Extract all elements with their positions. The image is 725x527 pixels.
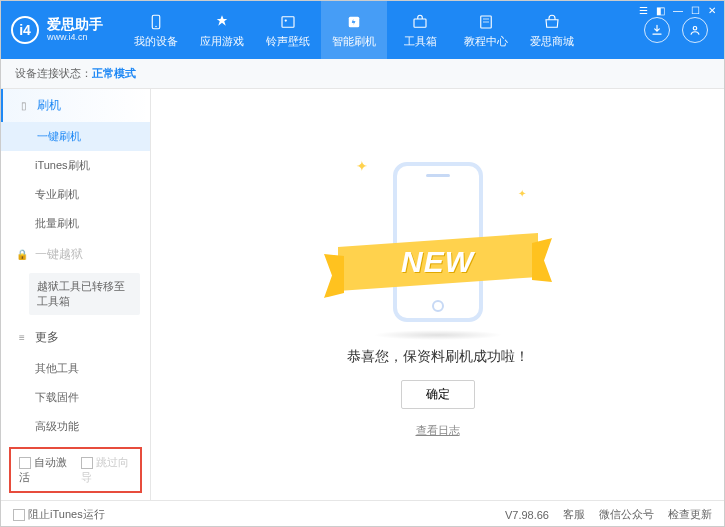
app-header: ☰ ◧ — ☐ ✕ i4 爱思助手 www.i4.cn 我的设备 应用游戏 铃声… [1,1,724,59]
sidebar-item-jailbreak-moved[interactable]: 越狱工具已转移至工具箱 [29,273,140,315]
sidebar-group-label: 一键越狱 [35,246,83,263]
status-bar: 设备连接状态： 正常模式 [1,59,724,89]
sidebar-item-pro-flash[interactable]: 专业刷机 [1,180,150,209]
menu-lines-icon: ≡ [15,330,29,344]
sidebar-group-label: 刷机 [37,97,61,114]
close-icon[interactable]: ✕ [708,5,716,16]
block-itunes-checkbox[interactable]: 阻止iTunes运行 [13,507,105,522]
view-log-link[interactable]: 查看日志 [416,423,460,438]
nav-label: 教程中心 [464,34,508,49]
svg-point-9 [693,27,697,31]
nav-my-device[interactable]: 我的设备 [123,1,189,59]
sidebar-item-other-tools[interactable]: 其他工具 [1,354,150,383]
nav-tutorials[interactable]: 教程中心 [453,1,519,59]
sidebar-group-flash[interactable]: ▯ 刷机 [1,89,150,122]
skip-guide-checkbox[interactable]: 跳过向导 [81,455,133,485]
version-label: V7.98.66 [505,509,549,521]
footer: 阻止iTunes运行 V7.98.66 客服 微信公众号 检查更新 [1,500,724,527]
sidebar-item-advanced[interactable]: 高级功能 [1,412,150,441]
nav-toolbox[interactable]: 工具箱 [387,1,453,59]
nav-apps[interactable]: 应用游戏 [189,1,255,59]
skin-icon[interactable]: ◧ [656,5,665,16]
toolbox-icon [410,12,430,32]
body: ▯ 刷机 一键刷机 iTunes刷机 专业刷机 批量刷机 🔒 一键越狱 越狱工具… [1,89,724,500]
minimize-icon[interactable]: — [673,5,683,16]
svg-point-1 [155,25,157,27]
success-illustration: ✦ ✦ NEW [328,152,548,332]
footer-link-support[interactable]: 客服 [563,507,585,522]
flash-icon [344,12,364,32]
svg-point-3 [285,19,287,21]
nav-label: 爱思商城 [530,34,574,49]
sidebar-item-download-firmware[interactable]: 下载固件 [1,383,150,412]
footer-link-wechat[interactable]: 微信公众号 [599,507,654,522]
activation-options: 自动激活 跳过向导 [9,447,142,493]
download-button[interactable] [644,17,670,43]
apps-icon [212,12,232,32]
nav-store[interactable]: 爱思商城 [519,1,585,59]
sidebar-item-batch-flash[interactable]: 批量刷机 [1,209,150,238]
nav-label: 铃声壁纸 [266,34,310,49]
svg-rect-2 [282,16,294,27]
auto-activate-checkbox[interactable]: 自动激活 [19,455,71,485]
app-title: 爱思助手 [47,17,103,32]
menu-icon[interactable]: ☰ [639,5,648,16]
nav-ringtone[interactable]: 铃声壁纸 [255,1,321,59]
top-nav: 我的设备 应用游戏 铃声壁纸 智能刷机 工具箱 教程中心 爱思商城 [123,1,644,59]
sidebar-group-more[interactable]: ≡ 更多 [1,321,150,354]
lock-icon: 🔒 [15,248,29,262]
nav-label: 工具箱 [404,34,437,49]
maximize-icon[interactable]: ☐ [691,5,700,16]
sidebar-item-itunes-flash[interactable]: iTunes刷机 [1,151,150,180]
success-message: 恭喜您，保资料刷机成功啦！ [347,348,529,366]
phone-small-icon: ▯ [17,99,31,113]
status-label: 设备连接状态： [15,66,92,81]
store-icon [542,12,562,32]
sidebar-group-jailbreak[interactable]: 🔒 一键越狱 [1,238,150,271]
footer-link-update[interactable]: 检查更新 [668,507,712,522]
app-subtitle: www.i4.cn [47,33,103,43]
header-right [644,17,714,43]
user-button[interactable] [682,17,708,43]
svg-rect-5 [414,19,426,27]
nav-flash[interactable]: 智能刷机 [321,1,387,59]
sidebar-group-label: 更多 [35,329,59,346]
ok-button[interactable]: 确定 [401,380,475,409]
logo-icon: i4 [11,16,39,44]
nav-label: 应用游戏 [200,34,244,49]
sparkle-icon: ✦ [518,188,526,199]
nav-label: 智能刷机 [332,34,376,49]
sidebar: ▯ 刷机 一键刷机 iTunes刷机 专业刷机 批量刷机 🔒 一键越狱 越狱工具… [1,89,151,500]
sidebar-item-onekey-flash[interactable]: 一键刷机 [1,122,150,151]
main-area: ✦ ✦ NEW 恭喜您，保资料刷机成功啦！ 确定 查看日志 [151,89,724,500]
new-ribbon: NEW [338,240,538,284]
logo: i4 爱思助手 www.i4.cn [11,16,103,44]
status-mode: 正常模式 [92,66,136,81]
phone-icon [146,12,166,32]
nav-label: 我的设备 [134,34,178,49]
window-controls: ☰ ◧ — ☐ ✕ [639,5,716,16]
sparkle-icon: ✦ [356,158,368,174]
ribbon-text: NEW [401,245,474,279]
book-icon [476,12,496,32]
image-icon [278,12,298,32]
